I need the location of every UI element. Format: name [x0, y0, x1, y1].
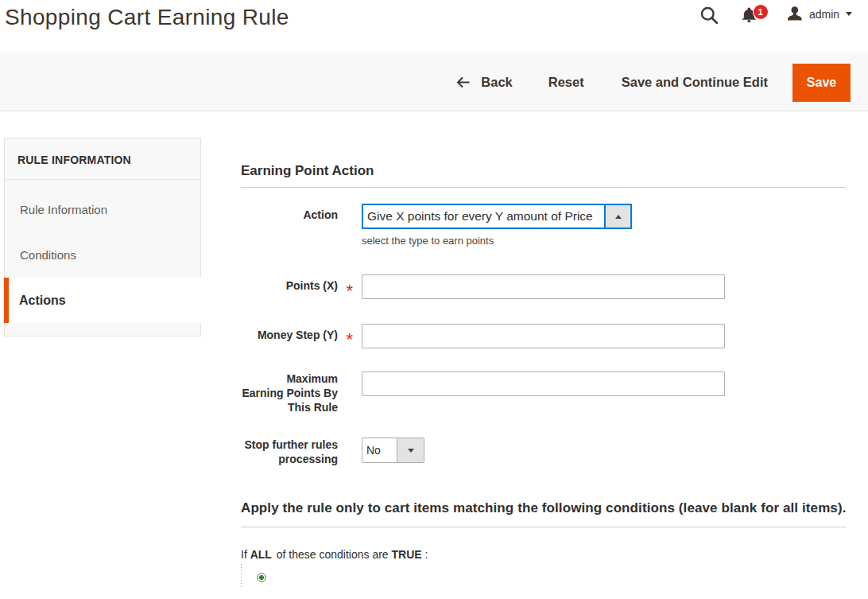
conditions-tree — [241, 564, 846, 588]
field-label-action: Action — [241, 204, 362, 247]
action-note: select the type to earn points — [362, 235, 846, 247]
triangle-up-icon — [615, 215, 622, 219]
action-select[interactable]: Give X points for every Y amount of Pric… — [362, 204, 632, 229]
save-button[interactable]: Save — [792, 64, 851, 102]
sidebar-item-actions[interactable]: Actions — [5, 278, 203, 323]
page-actions-group: Back Reset Save and Continue Edit Save — [456, 53, 851, 111]
section-title-conditions: Apply the rule only to cart items matchi… — [241, 500, 846, 527]
field-control: Give X points for every Y amount of Pric… — [362, 204, 846, 247]
sidebar-item-label: Rule Information — [20, 203, 107, 216]
cond-aggregator[interactable]: ALL — [250, 548, 272, 561]
section-title-earning-point-action: Earning Point Action — [241, 163, 846, 188]
plus-circle-icon — [257, 573, 266, 582]
field-action: Action Give X points for every Y amount … — [241, 204, 846, 247]
field-max-points: MaximumEarning Points ByThis Rule — [241, 371, 846, 414]
rule-nav-sidebar: RULE INFORMATION Rule Information Condit… — [4, 138, 201, 336]
sidebar-item-label: Actions — [19, 294, 66, 308]
triangle-down-icon — [408, 449, 414, 453]
field-label-points: Points (X) * — [241, 274, 362, 299]
sidebar-items: Rule Information Conditions Actions — [5, 180, 200, 336]
notifications-button[interactable]: 1 — [740, 5, 769, 24]
stop-rules-select-value: No — [362, 438, 397, 462]
username-label: admin — [809, 8, 839, 21]
money-step-y-input[interactable] — [362, 324, 725, 348]
conditions-sentence: If ALL of these conditions are TRUE : — [241, 548, 846, 561]
search-icon[interactable] — [700, 6, 719, 24]
field-label-text: MaximumEarning Points ByThis Rule — [242, 371, 362, 414]
required-asterisk: * — [346, 284, 353, 298]
page-title: Shopping Cart Earning Rule — [5, 5, 289, 30]
field-points: Points (X) * — [241, 274, 846, 299]
notifications-badge: 1 — [754, 5, 768, 19]
back-arrow-icon — [456, 76, 470, 88]
action-select-value: Give X points for every Y amount of Pric… — [363, 205, 604, 228]
sidebar-item-rule-information[interactable]: Rule Information — [5, 187, 200, 232]
select-arrow-button[interactable] — [397, 438, 424, 462]
user-icon — [787, 6, 803, 22]
sidebar-title: RULE INFORMATION — [5, 138, 200, 180]
back-label: Back — [481, 75, 512, 90]
max-earning-points-input[interactable] — [362, 371, 725, 396]
back-button[interactable]: Back — [456, 75, 512, 90]
save-and-continue-button[interactable]: Save and Continue Edit — [622, 75, 768, 90]
field-money-step: Money Step (Y) * — [241, 324, 846, 348]
points-x-input[interactable] — [362, 274, 725, 299]
field-stop-rules: Stop further rules processing No — [241, 438, 846, 466]
cond-colon: : — [425, 548, 428, 561]
stop-rules-select[interactable]: No — [362, 438, 424, 463]
sidebar-item-conditions[interactable]: Conditions — [5, 232, 200, 278]
field-label-stop-rules: Stop further rules processing — [241, 438, 362, 466]
sidebar-item-label: Conditions — [20, 248, 76, 262]
field-control — [362, 274, 846, 299]
cond-value[interactable]: TRUE — [392, 548, 422, 561]
field-label-money-step: Money Step (Y) * — [241, 324, 362, 348]
cond-middle: of these conditions are — [277, 548, 389, 561]
reset-button[interactable]: Reset — [548, 75, 584, 90]
add-condition-button[interactable] — [257, 573, 266, 582]
select-arrow-button[interactable] — [604, 205, 630, 228]
field-label-max-points: MaximumEarning Points ByThis Rule — [241, 371, 362, 414]
form-content: Earning Point Action Action Give X point… — [241, 111, 846, 588]
cond-if: If — [241, 548, 247, 561]
field-label-text: Action — [303, 208, 362, 222]
required-asterisk: * — [346, 333, 353, 347]
caret-down-icon — [846, 12, 852, 16]
field-control — [362, 324, 846, 348]
page-actions-bar: Back Reset Save and Continue Edit Save — [0, 53, 868, 111]
user-menu[interactable]: admin — [787, 6, 852, 22]
field-label-text: Stop further rules processing — [244, 438, 362, 466]
field-control — [362, 371, 846, 414]
field-control: No — [362, 438, 846, 466]
